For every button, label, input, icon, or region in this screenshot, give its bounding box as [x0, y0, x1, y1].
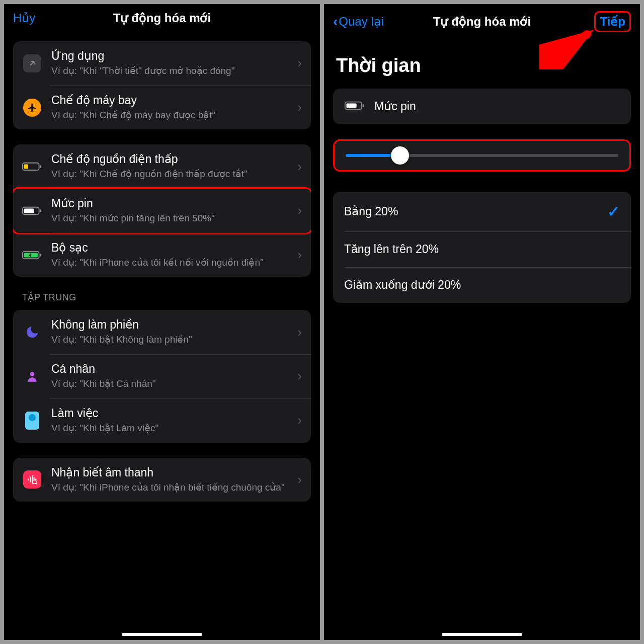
- chevron-right-icon: ›: [297, 413, 302, 428]
- option-label: Giảm xuống dưới 20%: [344, 278, 461, 292]
- back-button[interactable]: ‹ Quay lại: [333, 14, 384, 30]
- chevron-right-icon: ›: [297, 368, 302, 384]
- item-subtitle: Ví dụ: "Khi iPhone của tôi kết nối với n…: [51, 257, 293, 269]
- airplane-icon: [22, 98, 42, 118]
- focus-section-header: TẬP TRUNG: [13, 277, 311, 308]
- back-label: Quay lại: [339, 15, 384, 29]
- section-title: Thời gian: [333, 39, 631, 82]
- navbar: ‹ Quay lại Tự động hóa mới Tiếp: [324, 4, 640, 39]
- cancel-button[interactable]: Hủy: [13, 11, 35, 25]
- item-title: Chế độ nguồn điện thấp: [51, 152, 293, 166]
- item-title: Chế độ máy bay: [51, 94, 293, 107]
- svg-rect-12: [363, 104, 364, 107]
- svg-rect-1: [40, 165, 41, 168]
- item-title: Nhận biết âm thanh: [51, 466, 293, 479]
- low-power-icon: [22, 156, 42, 177]
- battery-level-label: Mức pin: [374, 100, 416, 113]
- trigger-airplane-mode[interactable]: Chế độ máy bay Ví dụ: "Khi Chế độ máy ba…: [13, 86, 311, 130]
- chevron-right-icon: ›: [297, 247, 302, 263]
- app-icon: [22, 53, 42, 73]
- battery-icon: [344, 100, 365, 113]
- home-indicator[interactable]: [122, 633, 202, 636]
- battery-percent-slider[interactable]: [333, 139, 631, 172]
- trigger-group-apps: Ứng dụng Ví dụ: "Khi "Thời tiết" được mở…: [13, 41, 311, 129]
- item-title: Không làm phiền: [51, 318, 293, 332]
- trigger-group-battery: Chế độ nguồn điện thấp Ví dụ: "Khi Chế đ…: [13, 144, 311, 277]
- option-falls-below[interactable]: Giảm xuống dưới 20%: [333, 267, 631, 303]
- item-title: Cá nhân: [51, 362, 293, 376]
- item-subtitle: Ví dụ: "Khi "Thời tiết" được mở hoặc đón…: [51, 65, 293, 77]
- item-title: Mức pin: [51, 197, 293, 210]
- item-title: Ứng dụng: [51, 49, 293, 63]
- item-subtitle: Ví dụ: "Khi Chế độ máy bay được bật": [51, 109, 293, 122]
- battery-level-row: Mức pin: [333, 89, 631, 124]
- svg-rect-4: [40, 209, 41, 212]
- trigger-group-sound: Nhận biết âm thanh Ví dụ: "Khi iPhone củ…: [13, 458, 311, 502]
- home-indicator[interactable]: [442, 633, 522, 636]
- option-rises-above[interactable]: Tăng lên trên 20%: [333, 231, 631, 267]
- chevron-left-icon: ‹: [333, 14, 338, 30]
- item-title: Làm việc: [51, 407, 293, 420]
- svg-rect-7: [40, 254, 41, 256]
- screen-left: Hủy Tự động hóa mới Ứng dụng Ví dụ: "Khi…: [4, 4, 320, 640]
- person-icon: [22, 366, 42, 386]
- chevron-right-icon: ›: [297, 472, 302, 488]
- option-label: Bằng 20%: [344, 205, 398, 218]
- svg-rect-5: [24, 208, 34, 213]
- item-subtitle: Ví dụ: "Khi bật Làm việc": [51, 422, 293, 435]
- trigger-sound-recognition[interactable]: Nhận biết âm thanh Ví dụ: "Khi iPhone củ…: [13, 458, 311, 502]
- item-subtitle: Ví dụ: "Khi bật Cá nhân": [51, 378, 293, 390]
- chevron-right-icon: ›: [297, 55, 302, 71]
- slider-thumb[interactable]: [391, 146, 409, 165]
- moon-icon: [22, 322, 42, 342]
- trigger-dnd[interactable]: Không làm phiền Ví dụ: "Khi bật Không là…: [13, 310, 311, 354]
- chevron-right-icon: ›: [297, 159, 302, 175]
- svg-point-9: [30, 372, 35, 376]
- sound-recognition-icon: [22, 469, 42, 490]
- screen-right: ‹ Quay lại Tự động hóa mới Tiếp Thời gia…: [324, 4, 640, 640]
- trigger-battery-level[interactable]: Mức pin Ví dụ: "Khi mức pin tăng lên trê…: [13, 187, 311, 234]
- trigger-charger[interactable]: Bộ sạc Ví dụ: "Khi iPhone của tôi kết nố…: [13, 233, 311, 277]
- next-button[interactable]: Tiếp: [594, 11, 631, 32]
- page-title: Tự động hóa mới: [433, 15, 531, 29]
- trigger-personal[interactable]: Cá nhân Ví dụ: "Khi bật Cá nhân" ›: [13, 354, 311, 398]
- content-area: Ứng dụng Ví dụ: "Khi "Thời tiết" được mở…: [4, 32, 320, 640]
- option-label: Tăng lên trên 20%: [344, 243, 439, 256]
- option-equals[interactable]: Bằng 20% ✓: [333, 192, 631, 231]
- chevron-right-icon: ›: [297, 100, 302, 115]
- trigger-app[interactable]: Ứng dụng Ví dụ: "Khi "Thời tiết" được mở…: [13, 41, 311, 86]
- battery-icon: [22, 201, 42, 221]
- item-subtitle: Ví dụ: "Khi iPhone của tôi nhận biết tiế…: [51, 481, 293, 494]
- trigger-low-power[interactable]: Chế độ nguồn điện thấp Ví dụ: "Khi Chế đ…: [13, 144, 311, 189]
- item-subtitle: Ví dụ: "Khi Chế độ nguồn điện thấp được …: [51, 168, 293, 181]
- chevron-right-icon: ›: [297, 325, 302, 340]
- content-area: Thời gian Mức pin Bằng 20% ✓ Tăng lên tr…: [324, 39, 640, 640]
- charger-icon: [22, 245, 42, 265]
- navbar: Hủy Tự động hóa mới: [4, 4, 320, 32]
- slider-track: [346, 154, 618, 157]
- trigger-work[interactable]: Làm việc Ví dụ: "Khi bật Làm việc" ›: [13, 398, 311, 443]
- chevron-right-icon: ›: [297, 203, 302, 218]
- check-icon: ✓: [607, 203, 620, 220]
- item-subtitle: Ví dụ: "Khi bật Không làm phiền": [51, 334, 293, 346]
- work-badge-icon: [22, 411, 42, 431]
- item-title: Bộ sạc: [51, 241, 293, 255]
- condition-options: Bằng 20% ✓ Tăng lên trên 20% Giảm xuống …: [333, 192, 631, 303]
- svg-rect-2: [24, 165, 28, 169]
- trigger-group-focus: Không làm phiền Ví dụ: "Khi bật Không là…: [13, 310, 311, 442]
- svg-rect-13: [347, 103, 357, 108]
- item-subtitle: Ví dụ: "Khi mức pin tăng lên trên 50%": [51, 212, 293, 225]
- svg-point-10: [33, 480, 36, 484]
- page-title: Tự động hóa mới: [113, 11, 211, 25]
